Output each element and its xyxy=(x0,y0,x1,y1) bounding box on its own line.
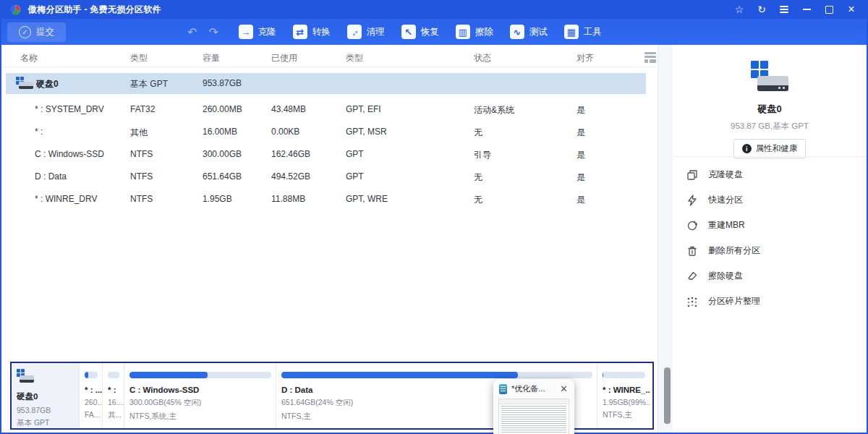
table-row-disk0[interactable]: 硬盘0 基本 GPT 953.87GB xyxy=(6,73,646,94)
table-row[interactable]: * : SYSTEM_DRV FAT32 260.00MB 43.48MB GP… xyxy=(6,99,646,120)
menu-icon[interactable] xyxy=(778,3,791,16)
close-icon[interactable]: ✕ xyxy=(559,383,569,394)
view-options-icon[interactable] xyxy=(644,52,657,63)
sidebar-disk-name: 硬盘0 xyxy=(673,103,867,116)
disk-icon-small xyxy=(17,369,34,383)
preview-title: *优化备... xyxy=(511,383,555,394)
table-row[interactable]: * : 其他 16.00MB 0.00KB GPT, MSR 无 是 xyxy=(6,122,646,142)
disk-icon xyxy=(16,77,33,90)
redo-icon[interactable]: ↷ xyxy=(208,25,218,39)
clone-disk-icon xyxy=(686,169,699,182)
partition-table: 名称 类型 容量 已使用 类型 状态 对齐 硬盘0 基本 GPT 953.87G… xyxy=(0,45,657,352)
sidebar-item-clone-disk[interactable]: 克隆硬盘 xyxy=(686,162,859,187)
table-row[interactable]: D : Data NTFS 651.64GB 494.52GB GPT 无 是 xyxy=(6,166,646,187)
toolbar-button-test[interactable]: ∿ 测试 xyxy=(510,25,548,39)
rebuild-mbr-icon xyxy=(686,219,699,232)
partition-block-winre[interactable]: * : WINRE_... 1.95GB(99%... NTFS,主 xyxy=(597,363,650,428)
table-row[interactable]: C : Windows-SSD NTFS 300.00GB 162.46GB G… xyxy=(6,144,646,165)
partition-block-msr[interactable]: * : 16.... 其... xyxy=(103,363,124,428)
usage-bar xyxy=(85,372,98,378)
partition-block-system-drv[interactable]: * : ... 260... FA... xyxy=(80,363,103,428)
preview-thumbnail[interactable] xyxy=(498,399,569,434)
close-button[interactable]: × xyxy=(845,3,858,16)
disk-icon-large xyxy=(751,61,788,91)
quick-partition-icon xyxy=(686,194,699,207)
app-logo-icon xyxy=(10,4,21,15)
check-icon: ✓ xyxy=(19,26,31,38)
sidebar-disk-info: 953.87 GB,基本 GPT xyxy=(673,121,867,132)
favorite-icon[interactable]: ☆ xyxy=(733,3,746,16)
sidebar-item-defragment[interactable]: 分区碎片整理 xyxy=(686,289,859,314)
notepad-icon xyxy=(499,384,507,394)
sidebar-item-rebuild-mbr[interactable]: 重建MBR xyxy=(686,213,859,238)
undo-icon[interactable]: ↶ xyxy=(187,25,197,39)
usage-bar xyxy=(108,372,119,378)
toolbar-button-recover[interactable]: ↖ 恢复 xyxy=(401,25,439,39)
toolbar: ✓ 提交 ↶ ↷ → 克隆 ⇄ 转换 ↔ 清理 ↖ 恢复 ▥ 擦除 xyxy=(0,19,868,45)
submit-button[interactable]: ✓ 提交 xyxy=(7,22,66,42)
usage-bar xyxy=(281,372,592,378)
notepad-preview-popup[interactable]: *优化备... ✕ xyxy=(493,379,574,434)
clone-icon: → xyxy=(239,25,253,39)
sidebar-item-wipe-disk[interactable]: 擦除硬盘 xyxy=(686,263,859,289)
sidebar-actions: 克隆硬盘 快速分区 重建MBR 删除所有分区 xyxy=(686,162,859,314)
sidebar-item-delete-all-partitions[interactable]: 删除所有分区 xyxy=(686,238,859,263)
clean-icon: ↔ xyxy=(347,25,362,39)
maximize-button[interactable] xyxy=(822,3,835,16)
table-header[interactable]: 名称 类型 容量 已使用 类型 状态 对齐 xyxy=(0,49,657,67)
app-window: 傲梅分区助手 - 免费无损分区软件 ☆ ↻ × ✓ 提交 ↶ ↷ → 克隆 ⇄ … xyxy=(0,0,868,434)
refresh-icon[interactable]: ↻ xyxy=(755,3,768,16)
recover-icon: ↖ xyxy=(401,25,416,39)
toolbar-button-clone[interactable]: → 克隆 xyxy=(239,25,276,39)
tools-icon: ▦ xyxy=(564,25,579,39)
convert-icon: ⇄ xyxy=(293,25,307,39)
defrag-icon xyxy=(686,295,699,308)
sidebar-item-quick-partition[interactable]: 快速分区 xyxy=(686,187,859,213)
scrollbar-thumb[interactable] xyxy=(664,367,671,424)
toolbar-button-erase[interactable]: ▥ 擦除 xyxy=(456,25,493,39)
titlebar: 傲梅分区助手 - 免费无损分区软件 ☆ ↻ × xyxy=(0,0,868,19)
preview-header: *优化备... ✕ xyxy=(493,379,574,397)
erase-icon: ▥ xyxy=(456,25,470,39)
wipe-disk-icon xyxy=(686,270,699,283)
window-controls: ☆ ↻ × xyxy=(733,3,858,16)
disk-strip-header[interactable]: 硬盘0 953.87GB 基本 GPT xyxy=(12,363,80,428)
toolbar-button-tools[interactable]: ▦ 工具 xyxy=(564,25,602,39)
partition-block-c[interactable]: C : Windows-SSD 300.00GB(45% 空闲) NTFS,系统… xyxy=(124,363,276,428)
submit-label: 提交 xyxy=(36,26,54,38)
delete-all-partitions-icon xyxy=(686,244,699,258)
toolbar-buttons: → 克隆 ⇄ 转换 ↔ 清理 ↖ 恢复 ▥ 擦除 ∿ 测试 xyxy=(239,25,602,39)
toolbar-button-convert[interactable]: ⇄ 转换 xyxy=(293,25,331,39)
window-title: 傲梅分区助手 - 免费无损分区软件 xyxy=(28,4,161,16)
test-icon: ∿ xyxy=(510,25,524,39)
sidebar: 硬盘0 953.87 GB,基本 GPT i 属性和健康 克隆硬盘 快速分区 xyxy=(673,45,867,433)
usage-bar xyxy=(129,372,271,378)
toolbar-button-clean[interactable]: ↔ 清理 xyxy=(347,25,385,39)
info-icon: i xyxy=(742,144,752,153)
sidebar-disk-summary: 硬盘0 953.87 GB,基本 GPT i 属性和健康 xyxy=(673,61,867,158)
properties-health-button[interactable]: i 属性和健康 xyxy=(733,139,807,158)
sidebar-divider xyxy=(673,156,867,157)
table-row[interactable]: * : WINRE_DRV NTFS 1.95GB 11.88MB GPT, W… xyxy=(6,189,646,210)
usage-bar xyxy=(603,372,645,378)
minimize-button[interactable] xyxy=(800,3,813,16)
